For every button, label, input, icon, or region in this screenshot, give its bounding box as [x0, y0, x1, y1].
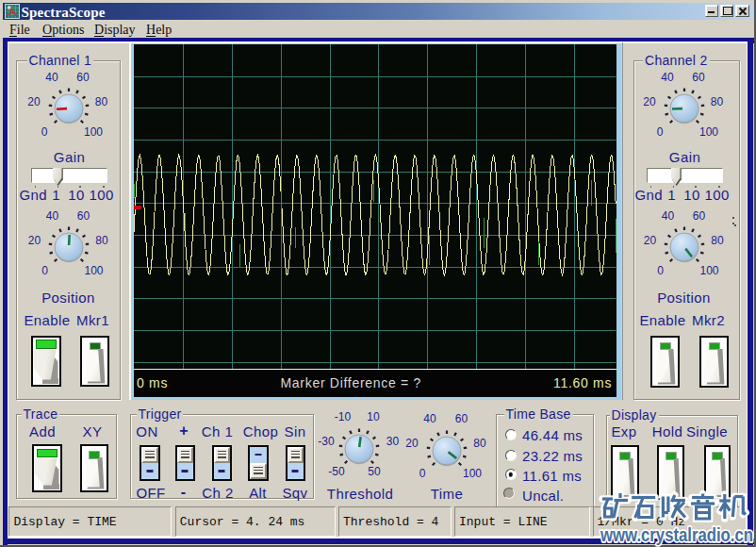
svg-text:www.crystalradio.cn: www.crystalradio.cn — [600, 524, 753, 545]
